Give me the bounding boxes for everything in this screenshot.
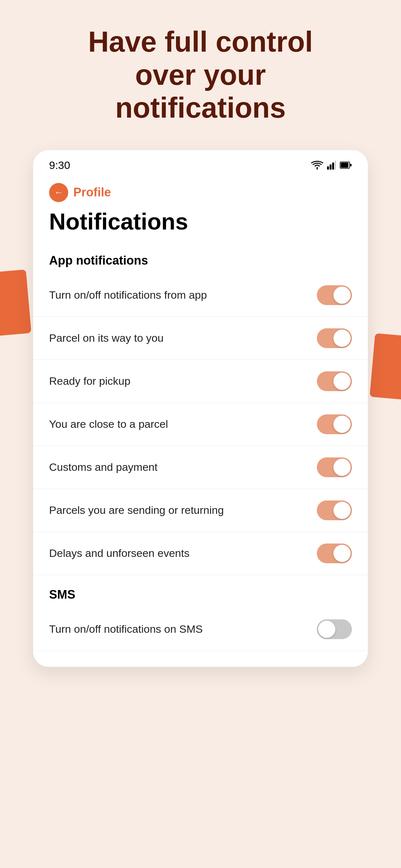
hero-title: Have full control over your notification… <box>57 26 344 125</box>
setting-label-parcel-on-way: Parcel on its way to you <box>49 332 163 344</box>
toggle-knob <box>333 416 351 433</box>
setting-label-delays-events: Delays and unforseen events <box>49 547 189 559</box>
wifi-icon <box>311 161 323 169</box>
toggle-parcel-on-way[interactable] <box>317 328 352 348</box>
setting-label-sms-toggle: Turn on/off notifications on SMS <box>49 623 203 635</box>
status-bar: 9:30 <box>33 150 368 177</box>
signal-icon <box>327 161 336 169</box>
toggle-knob <box>333 286 351 304</box>
setting-row-close-to-parcel: You are close to a parcel <box>33 403 368 446</box>
back-navigation[interactable]: ← Profile <box>33 177 368 205</box>
status-time: 9:30 <box>49 159 70 172</box>
back-label: Profile <box>73 186 111 199</box>
app-notifications-section: App notifications Turn on/off notificati… <box>33 247 368 575</box>
toggle-knob <box>333 502 351 519</box>
status-icons <box>311 161 352 169</box>
app-notifications-header: App notifications <box>33 247 368 274</box>
sms-header: SMS <box>33 582 368 608</box>
setting-row-sms-toggle: Turn on/off notifications on SMS <box>33 608 368 651</box>
setting-row-ready-pickup: Ready for pickup <box>33 360 368 403</box>
setting-row-sending-returning: Parcels you are sending or returning <box>33 489 368 532</box>
back-button[interactable]: ← <box>49 183 68 202</box>
svg-rect-5 <box>341 162 348 168</box>
setting-row-app-toggle: Turn on/off notifications from app <box>33 274 368 317</box>
setting-label-close-to-parcel: You are close to a parcel <box>49 418 168 430</box>
toggle-app-toggle[interactable] <box>317 285 352 305</box>
toggle-knob <box>333 330 351 347</box>
svg-rect-1 <box>330 164 332 169</box>
setting-label-customs-payment: Customs and payment <box>49 461 157 473</box>
sms-section: SMS Turn on/off notifications on SMS <box>33 575 368 651</box>
toggle-close-to-parcel[interactable] <box>317 414 352 434</box>
decorative-bar-right <box>370 333 401 400</box>
toggle-ready-pickup[interactable] <box>317 371 352 391</box>
toggle-sms-toggle[interactable] <box>317 619 352 639</box>
battery-icon <box>340 162 352 168</box>
toggle-knob <box>318 621 335 638</box>
toggle-delays-events[interactable] <box>317 544 352 563</box>
toggle-knob <box>333 373 351 390</box>
toggle-customs-payment[interactable] <box>317 458 352 477</box>
phone-bottom-padding <box>33 651 368 667</box>
svg-rect-3 <box>335 161 336 169</box>
toggle-knob <box>333 459 351 476</box>
setting-label-ready-pickup: Ready for pickup <box>49 375 130 387</box>
setting-label-sending-returning: Parcels you are sending or returning <box>49 504 224 517</box>
svg-rect-6 <box>350 164 351 166</box>
setting-label-app-toggle: Turn on/off notifications from app <box>49 289 207 301</box>
phone-frame: 9:30 ← <box>33 150 368 667</box>
back-arrow-icon: ← <box>54 188 63 197</box>
svg-rect-0 <box>327 166 329 169</box>
setting-row-parcel-on-way: Parcel on its way to you <box>33 317 368 360</box>
toggle-sending-returning[interactable] <box>317 500 352 520</box>
toggle-knob <box>333 545 351 562</box>
setting-row-delays-events: Delays and unforseen events <box>33 532 368 575</box>
svg-rect-2 <box>332 162 334 169</box>
setting-row-customs-payment: Customs and payment <box>33 446 368 489</box>
page-title: Notifications <box>33 205 368 247</box>
decorative-bar-left <box>0 269 31 336</box>
